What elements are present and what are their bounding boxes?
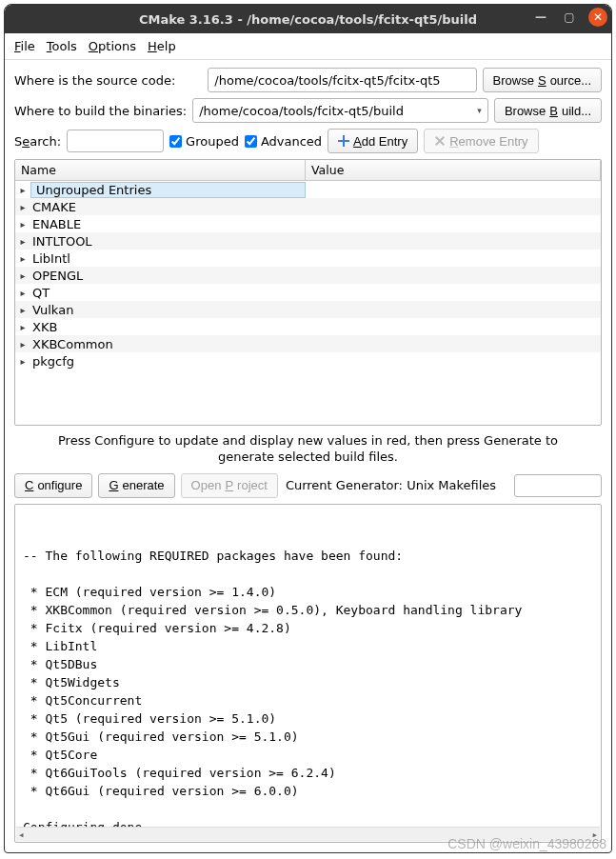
group-name-cell: CMAKE bbox=[30, 200, 306, 214]
menu-options[interactable]: Options bbox=[89, 39, 136, 53]
expand-icon[interactable]: ▸ bbox=[15, 322, 30, 332]
expand-icon[interactable]: ▸ bbox=[15, 356, 30, 367]
expand-icon[interactable]: ▸ bbox=[15, 185, 30, 195]
expand-icon[interactable]: ▸ bbox=[15, 288, 30, 298]
expand-icon[interactable]: ▸ bbox=[15, 219, 30, 230]
group-name-cell: LibIntl bbox=[30, 251, 306, 266]
advanced-checkbox[interactable]: Advanced bbox=[245, 134, 322, 149]
chevron-down-icon: ▾ bbox=[477, 106, 482, 115]
tree-header: Name Value bbox=[15, 160, 601, 181]
group-name-cell: OPENGL bbox=[30, 269, 306, 283]
tree-group-row[interactable]: ▸Ungrouped Entries bbox=[15, 181, 601, 198]
window-title: CMake 3.16.3 - /home/cocoa/tools/fcitx-q… bbox=[139, 12, 477, 27]
search-label: Search: bbox=[14, 134, 61, 149]
value-column-header[interactable]: Value bbox=[306, 160, 601, 180]
cmake-window: CMake 3.16.3 - /home/cocoa/tools/fcitx-q… bbox=[4, 4, 612, 853]
group-name-cell: XKBCommon bbox=[30, 337, 306, 351]
tree-group-row[interactable]: ▸OPENGL bbox=[15, 267, 601, 284]
source-row: Where is the source code: /home/cocoa/to… bbox=[14, 68, 602, 92]
x-icon bbox=[434, 135, 446, 147]
minimize-icon[interactable]: — bbox=[531, 8, 550, 27]
close-icon[interactable]: ✕ bbox=[588, 8, 607, 27]
expand-icon[interactable]: ▸ bbox=[15, 305, 30, 315]
expand-icon[interactable]: ▸ bbox=[15, 253, 30, 264]
expand-icon[interactable]: ▸ bbox=[15, 236, 30, 247]
add-entry-button[interactable]: Add Entry bbox=[328, 129, 418, 153]
tree-body: ▸Ungrouped Entries▸CMAKE▸ENABLE▸INTLTOOL… bbox=[15, 181, 601, 370]
group-name-cell: pkgcfg bbox=[30, 354, 306, 369]
build-path-combo[interactable]: /home/cocoa/tools/fcitx-qt5/build ▾ bbox=[192, 98, 488, 123]
plus-icon bbox=[338, 135, 349, 147]
source-path-input[interactable]: /home/cocoa/tools/fcitx-qt5/fcitx-qt5 bbox=[208, 68, 476, 92]
search-row: Search: Grouped Advanced Add Entry Remov… bbox=[14, 129, 602, 153]
expand-icon[interactable]: ▸ bbox=[15, 202, 30, 212]
tree-group-row[interactable]: ▸QT bbox=[15, 284, 601, 301]
help-text: Press Configure to update and display ne… bbox=[14, 431, 602, 468]
content-area: Where is the source code: /home/cocoa/to… bbox=[5, 60, 611, 852]
titlebar: CMake 3.16.3 - /home/cocoa/tools/fcitx-q… bbox=[5, 5, 611, 33]
tree-group-row[interactable]: ▸pkgcfg bbox=[15, 352, 601, 370]
tree-group-row[interactable]: ▸Vulkan bbox=[15, 301, 601, 318]
menu-help[interactable]: Help bbox=[148, 39, 176, 53]
tree-group-row[interactable]: ▸XKBCommon bbox=[15, 335, 601, 352]
tree-group-row[interactable]: ▸LibIntl bbox=[15, 250, 601, 267]
tree-group-row[interactable]: ▸CMAKE bbox=[15, 198, 601, 215]
log-text: -- The following REQUIRED packages have … bbox=[23, 549, 522, 834]
expand-icon[interactable]: ▸ bbox=[15, 339, 30, 350]
window-controls: — ▢ ✕ bbox=[531, 8, 607, 27]
current-generator-label: Current Generator: Unix Makefiles bbox=[286, 478, 496, 492]
remove-entry-button: Remove Entry bbox=[424, 129, 538, 153]
tree-group-row[interactable]: ▸INTLTOOL bbox=[15, 232, 601, 250]
tree-group-row[interactable]: ▸ENABLE bbox=[15, 215, 601, 232]
source-label: Where is the source code: bbox=[14, 73, 175, 88]
build-label: Where to build the binaries: bbox=[14, 104, 187, 118]
build-row: Where to build the binaries: /home/cocoa… bbox=[14, 98, 602, 123]
configure-button[interactable]: Configure bbox=[14, 473, 92, 498]
browse-source-button[interactable]: Browse Source... bbox=[483, 68, 602, 92]
generate-button[interactable]: Generate bbox=[98, 473, 174, 498]
group-name-cell: XKB bbox=[30, 320, 306, 334]
group-name-cell: QT bbox=[30, 286, 306, 300]
maximize-icon[interactable]: ▢ bbox=[560, 8, 579, 27]
scroll-left-icon[interactable]: ◂ bbox=[18, 826, 25, 844]
search-input[interactable] bbox=[67, 130, 164, 152]
browse-build-button[interactable]: Browse Build... bbox=[494, 98, 602, 123]
menubar: File Tools Options Help bbox=[5, 33, 611, 60]
menu-tools[interactable]: Tools bbox=[47, 39, 77, 53]
cache-tree[interactable]: Name Value ▸Ungrouped Entries▸CMAKE▸ENAB… bbox=[14, 159, 602, 426]
generate-bar: Configure Generate Open Project Current … bbox=[14, 473, 602, 498]
name-column-header[interactable]: Name bbox=[15, 160, 306, 180]
scroll-right-icon[interactable]: ▸ bbox=[591, 826, 598, 844]
grouped-checkbox-input[interactable] bbox=[169, 135, 182, 148]
menu-file[interactable]: File bbox=[14, 39, 35, 53]
group-name-cell: Vulkan bbox=[30, 303, 306, 317]
progress-indicator bbox=[514, 474, 602, 497]
advanced-checkbox-input[interactable] bbox=[245, 135, 257, 148]
open-project-button: Open Project bbox=[181, 473, 278, 498]
expand-icon[interactable]: ▸ bbox=[15, 270, 30, 281]
horizontal-scrollbar[interactable]: ◂ ▸ bbox=[16, 827, 600, 841]
group-name-cell: Ungrouped Entries bbox=[30, 182, 306, 198]
group-name-cell: ENABLE bbox=[30, 217, 306, 231]
log-output[interactable]: -- The following REQUIRED packages have … bbox=[14, 504, 602, 843]
group-name-cell: INTLTOOL bbox=[30, 234, 306, 249]
grouped-checkbox[interactable]: Grouped bbox=[169, 134, 239, 149]
tree-group-row[interactable]: ▸XKB bbox=[15, 318, 601, 335]
